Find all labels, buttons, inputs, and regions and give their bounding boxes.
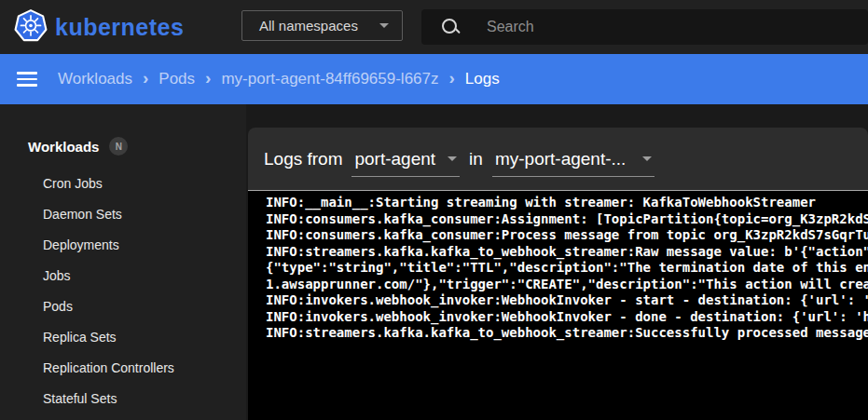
main-content: Logs from port-agent in my-port-agent-..… <box>246 104 868 420</box>
log-viewer[interactable]: INFO:__main__:Starting streaming with st… <box>248 191 868 420</box>
brand[interactable]: kubernetes <box>13 8 184 46</box>
log-line: INFO:invokers.webhook_invoker:WebhookInv… <box>266 309 868 326</box>
logs-toolbar: Logs from port-agent in my-port-agent-..… <box>248 128 868 191</box>
page-body: Workloads N Cron JobsDaemon SetsDeployme… <box>0 104 868 420</box>
namespaced-badge: N <box>109 137 128 156</box>
breadcrumb-item[interactable]: Workloads <box>58 70 132 88</box>
breadcrumb: Workloads›Pods›my-port-agent-84ff69659-l… <box>58 69 500 89</box>
chevron-right-icon: › <box>205 68 211 88</box>
sidebar-item-jobs[interactable]: Jobs <box>0 260 246 291</box>
log-line: INFO:invokers.webhook_invoker:WebhookInv… <box>266 292 868 309</box>
sidebar-item-pods[interactable]: Pods <box>0 291 246 321</box>
sidebar-item-replication-controllers[interactable]: Replication Controllers <box>0 352 246 383</box>
brand-wordmark: kubernetes <box>55 14 184 41</box>
chevron-down-icon <box>642 156 652 161</box>
log-line: 1.awsapprunner.com/"},"trigger":"CREATE"… <box>266 277 868 293</box>
sidebar-menu: Cron JobsDaemon SetsDeploymentsJobsPodsR… <box>0 168 246 413</box>
log-line: INFO:__main__:Starting streaming with st… <box>266 195 868 211</box>
sidebar-item-replica-sets[interactable]: Replica Sets <box>0 321 246 352</box>
kubernetes-logo-icon <box>13 8 48 46</box>
chevron-down-icon <box>379 23 389 28</box>
logs-from-label: Logs from <box>264 149 342 169</box>
sidebar-section-workloads[interactable]: Workloads N <box>0 136 246 156</box>
log-line: {"type":"string","title":"TTL","descript… <box>266 260 868 277</box>
namespace-select[interactable]: All namespaces <box>241 10 403 41</box>
chevron-right-icon: › <box>449 68 455 88</box>
log-line: INFO:streamers.kafka.kafka_to_webhook_st… <box>266 244 868 261</box>
breadcrumb-item[interactable]: Pods <box>158 70 195 88</box>
in-label: in <box>469 149 483 169</box>
log-line: INFO:streamers.kafka.kafka_to_webhook_st… <box>266 325 868 342</box>
app-bar: Workloads›Pods›my-port-agent-84ff69659-l… <box>0 54 868 104</box>
container-select[interactable]: port-agent <box>351 147 460 177</box>
log-line: INFO:consumers.kafka_consumer:Process me… <box>266 227 868 244</box>
sidebar-section-label: Workloads <box>28 139 99 155</box>
sidebar-item-stateful-sets[interactable]: Stateful Sets <box>0 383 246 413</box>
sidebar-item-cron-jobs[interactable]: Cron Jobs <box>0 168 246 198</box>
breadcrumb-item[interactable]: my-port-agent-84ff69659-l667z <box>221 70 438 88</box>
logs-card: Logs from port-agent in my-port-agent-..… <box>248 128 868 420</box>
chevron-right-icon: › <box>143 68 148 88</box>
search-box[interactable] <box>421 9 868 45</box>
namespace-select-value: All namespaces <box>259 18 379 34</box>
search-icon <box>441 18 460 36</box>
container-select-value: port-agent <box>354 149 435 169</box>
log-line: INFO:consumers.kafka_consumer:Assignment… <box>266 211 868 228</box>
pod-select-value: my-port-agent-... <box>495 149 630 169</box>
sidebar-item-daemon-sets[interactable]: Daemon Sets <box>0 198 246 229</box>
menu-hamburger-icon[interactable] <box>17 72 37 87</box>
top-bar: kubernetes All namespaces <box>0 0 868 54</box>
sidebar-item-deployments[interactable]: Deployments <box>0 229 246 260</box>
pod-select[interactable]: my-port-agent-... <box>492 147 654 177</box>
breadcrumb-current: Logs <box>465 70 500 88</box>
chevron-down-icon <box>448 156 457 161</box>
sidebar: Workloads N Cron JobsDaemon SetsDeployme… <box>0 104 246 420</box>
search-input[interactable] <box>487 19 868 35</box>
